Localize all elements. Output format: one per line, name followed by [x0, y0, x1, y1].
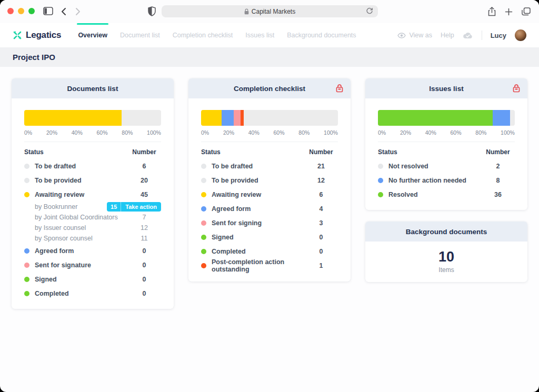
status-dot — [201, 164, 206, 169]
brand-name: Legatics — [26, 30, 61, 41]
view-as-button[interactable]: View as — [397, 32, 432, 39]
documents-list-card-header[interactable]: Documents list — [12, 78, 174, 98]
sync-status-button[interactable] — [463, 32, 473, 39]
percent-axis: 0%20%40% 60%80%100% — [12, 126, 174, 142]
status-dot — [201, 235, 206, 240]
lock-icon — [244, 8, 249, 15]
table-row: Agreed form 0 — [24, 244, 161, 258]
table-row: Completed 0 — [24, 286, 161, 300]
documents-list-card: Documents list 0%20%40% 60%80%100% Statu… — [12, 78, 174, 309]
documents-progress-bar — [12, 98, 174, 126]
background-documents-summary: 10 Items — [365, 242, 527, 282]
bar-segment-awaiting-review — [201, 110, 222, 126]
traffic-lights — [7, 8, 35, 14]
status-dot — [201, 220, 206, 226]
address-bar[interactable]: Capital Markets — [162, 5, 378, 17]
table-header: StatusNumber — [24, 148, 161, 156]
table-header: StatusNumber — [201, 148, 338, 156]
take-action-count: 15 — [107, 202, 121, 212]
table-header: StatusNumber — [378, 148, 515, 156]
issues-status-table: StatusNumber Not resolved 2 No further a… — [365, 142, 527, 210]
background-documents-card-header[interactable]: Background documents — [365, 222, 527, 242]
status-dot — [201, 192, 206, 197]
bar-segment-agreed-form — [222, 110, 234, 126]
sidebar-toggle-icon[interactable] — [43, 7, 53, 15]
table-row: Not resolved 2 — [378, 159, 515, 173]
avatar[interactable] — [515, 29, 526, 41]
table-subrow: by Joint Global Coordinators 7 — [24, 212, 161, 223]
issues-list-card: Issues list 0%20%40% 60%80%100% — [365, 78, 527, 210]
completion-checklist-card-header[interactable]: Completion checklist — [188, 78, 351, 98]
table-row: Sent for signing 3 — [201, 216, 338, 230]
table-subrow: by Sponsor counsel 11 — [24, 233, 161, 244]
cloud-icon — [463, 32, 473, 39]
table-row: To be drafted 21 — [201, 159, 338, 173]
table-row: Resolved 36 — [378, 187, 515, 202]
status-dot — [378, 192, 383, 197]
share-icon[interactable] — [488, 7, 496, 16]
table-row: To be drafted 6 — [24, 159, 161, 173]
status-dot — [24, 291, 29, 296]
completion-checklist-card: Completion checklist 0%20%40% 60%80%100% — [188, 78, 351, 282]
page-title: Project IPO — [13, 53, 55, 62]
close-window-button[interactable] — [7, 8, 14, 14]
zoom-window-button[interactable] — [28, 8, 35, 14]
browser-chrome: Capital Markets — [0, 0, 539, 23]
bar-segment-sent-for-signing — [234, 110, 241, 126]
user-name[interactable]: Lucy — [491, 32, 506, 39]
status-dot — [201, 263, 206, 268]
privacy-shield-icon[interactable] — [148, 6, 156, 16]
background-documents-card: Background documents 10 Items — [365, 222, 527, 282]
tab-completion-checklist[interactable]: Completion checklist — [166, 23, 239, 47]
status-dot — [24, 277, 29, 282]
documents-status-table: StatusNumber To be drafted 6 To be provi… — [12, 142, 174, 309]
right-column: Issues list 0%20%40% 60%80%100% — [365, 78, 527, 282]
bar-segment-post-completion — [241, 110, 243, 126]
minimize-window-button[interactable] — [18, 8, 24, 14]
items-caption: Items — [365, 266, 527, 274]
table-subrow: by Issuer counsel 12 — [24, 223, 161, 233]
bar-segment-resolved — [378, 110, 493, 126]
items-count: 10 — [365, 248, 527, 265]
tab-overview[interactable]: Overview — [72, 23, 114, 47]
help-button[interactable]: Help — [441, 32, 454, 39]
eye-icon — [397, 33, 406, 38]
bar-segment-awaiting-review — [24, 110, 122, 126]
back-icon[interactable] — [61, 7, 66, 16]
forward-icon[interactable] — [75, 7, 81, 16]
browser-window: Capital Markets — [0, 0, 539, 392]
table-row: Sent for signature 0 — [24, 258, 161, 272]
status-dot — [378, 178, 383, 183]
table-row: Awaiting review 45 — [24, 187, 161, 202]
table-row: Completed 0 — [201, 244, 338, 258]
percent-axis: 0%20%40% 60%80%100% — [188, 126, 351, 142]
status-dot — [24, 248, 29, 254]
tab-document-list[interactable]: Document list — [114, 23, 166, 47]
new-tab-icon[interactable] — [505, 8, 513, 16]
legatics-logo[interactable]: Legatics — [13, 30, 61, 41]
status-dot — [24, 263, 29, 268]
status-dot — [24, 192, 29, 197]
lock-icon — [336, 84, 343, 93]
table-row: Signed 0 — [24, 272, 161, 286]
tab-issues-list[interactable]: Issues list — [239, 23, 281, 47]
percent-axis: 0%20%40% 60%80%100% — [365, 126, 527, 142]
completion-progress-bar — [188, 98, 351, 126]
table-row: No further action needed 8 — [378, 173, 515, 187]
app-navbar: Legatics Overview Document list Completi… — [0, 23, 539, 47]
status-dot — [201, 206, 206, 212]
table-row: Signed 0 — [201, 230, 338, 244]
issues-progress-bar — [365, 98, 527, 126]
dashboard: Documents list 0%20%40% 60%80%100% Statu… — [0, 67, 539, 320]
status-dot — [24, 164, 29, 169]
issues-list-card-header[interactable]: Issues list — [365, 78, 527, 98]
tab-background-documents[interactable]: Background documents — [281, 23, 362, 47]
reload-icon[interactable] — [366, 7, 373, 15]
take-action-badge[interactable]: 15 Take action — [107, 202, 161, 212]
table-subrow: by Bookrunner 15 Take action — [24, 202, 161, 212]
status-dot — [378, 164, 383, 169]
active-tab-indicator — [77, 23, 108, 25]
bar-segment-no-further-action — [493, 110, 510, 126]
tab-overview-icon[interactable] — [522, 7, 531, 16]
status-dot — [201, 178, 206, 183]
